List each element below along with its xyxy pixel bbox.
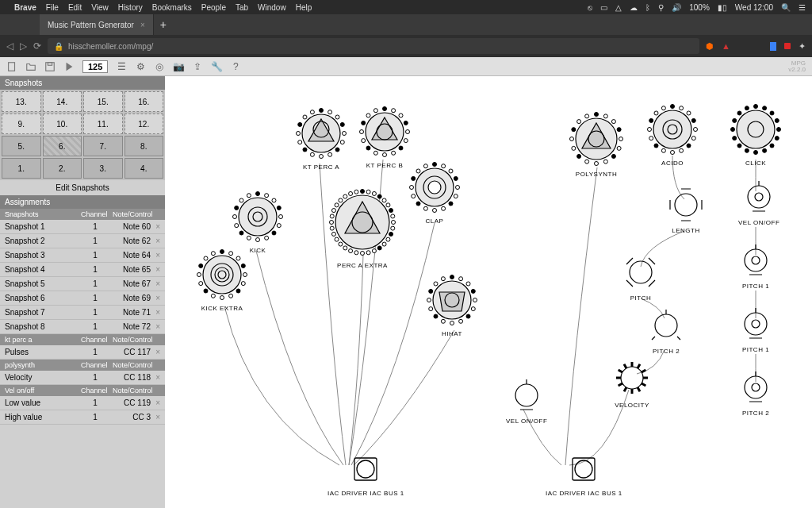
help-icon[interactable]: ? — [230, 61, 241, 72]
wrench-icon[interactable]: 🔧 — [211, 61, 222, 72]
node-pitch2b[interactable]: PITCH 2 — [738, 370, 773, 417]
node-hihat[interactable]: HIHAT — [427, 275, 477, 337]
snapshot-cell[interactable]: 5. — [2, 136, 41, 156]
snapshot-cell[interactable]: 2. — [43, 158, 82, 179]
node-pitch2[interactable]: PITCH 2 — [649, 308, 684, 355]
node-kick[interactable]: KICK — [232, 191, 283, 254]
svg-point-57 — [423, 164, 427, 168]
assignment-row[interactable]: Snapshot 41Note 65× — [0, 263, 165, 277]
snapshot-cell[interactable]: 8. — [124, 136, 164, 156]
address-bar[interactable]: 🔒 hisschemoller.com/mpg/ — [48, 38, 699, 54]
node-acido[interactable]: ACIDO — [647, 104, 698, 167]
share-icon[interactable]: ⇪ — [192, 61, 203, 72]
snapshot-cell[interactable]: 4. — [124, 158, 164, 179]
snapshot-cell[interactable]: 7. — [83, 136, 123, 156]
reload-button[interactable]: ⟳ — [33, 40, 41, 52]
pattern-canvas[interactable]: KT PERC A KT PERC B CLAP KICK PERC A EXT… — [165, 76, 812, 508]
menu-edit[interactable]: Edit — [68, 3, 82, 12]
display-icon[interactable]: ▭ — [600, 3, 607, 12]
node-pitch[interactable]: PITCH — [623, 255, 658, 302]
camera-icon[interactable]: 📷 — [173, 61, 184, 72]
snapshot-cell[interactable]: 13. — [2, 91, 41, 112]
assignment-row[interactable]: Snapshot 31Note 64× — [0, 248, 165, 263]
node-clap[interactable]: CLAP — [409, 162, 460, 225]
assignment-row[interactable]: Snapshot 71Note 71× — [0, 306, 165, 320]
new-file-icon[interactable] — [6, 61, 17, 72]
svg-point-11 — [335, 148, 339, 152]
search-icon[interactable]: 🔍 — [781, 3, 791, 12]
node-kt-perc-a[interactable]: KT PERC A — [296, 108, 347, 171]
node-pitch1b[interactable]: PITCH 1 — [738, 306, 773, 353]
node-perc-a-extra[interactable]: PERC A EXTRA — [327, 187, 397, 269]
menu-file[interactable]: File — [46, 3, 59, 12]
node-iac1[interactable]: IAC DRIVER IAC BUS 1 — [327, 453, 404, 497]
assignment-row[interactable]: Snapshot 11Note 60× — [0, 220, 165, 234]
snapshot-cell[interactable]: 12. — [124, 114, 164, 134]
node-pitch1[interactable]: PITCH 1 — [738, 243, 773, 290]
node-velocity[interactable]: VELOCITY — [613, 359, 651, 409]
svg-point-189 — [763, 106, 767, 110]
back-button[interactable]: ◁ — [6, 40, 13, 52]
snapshot-cell[interactable]: 1. — [2, 158, 41, 179]
record-icon[interactable] — [784, 43, 791, 49]
menu-view[interactable]: View — [91, 3, 109, 12]
snapshot-cell[interactable]: 6. — [43, 136, 82, 156]
node-kick-extra[interactable]: KICK EXTRA — [197, 249, 247, 312]
assignment-row[interactable]: High value1CC 3× — [0, 410, 165, 425]
menu-help[interactable]: Help — [296, 3, 312, 12]
node-vel-onoff[interactable]: VEL ON/OFF — [738, 179, 779, 226]
node-click[interactable]: CLICK — [730, 104, 781, 167]
menu-brave[interactable]: Brave — [14, 3, 36, 12]
snapshot-cell[interactable]: 9. — [2, 114, 41, 134]
node-iac2[interactable]: IAC DRIVER IAC BUS 1 — [546, 453, 622, 497]
node-vel-onoff-btm[interactable]: VEL ON/OFF — [506, 378, 547, 425]
browser-tab[interactable]: Music Pattern Generator × — [40, 14, 154, 35]
vlc-icon[interactable]: △ — [615, 3, 622, 12]
open-folder-icon[interactable] — [25, 61, 36, 72]
close-tab-icon[interactable]: × — [134, 21, 145, 29]
snapshot-cell[interactable]: 16. — [124, 91, 164, 112]
menu-tab[interactable]: Tab — [236, 3, 248, 12]
node-kt-perc-b[interactable]: KT PERC B — [359, 106, 410, 169]
bookmark-icon[interactable] — [770, 42, 776, 51]
assignment-row[interactable]: Velocity1CC 118× — [0, 371, 165, 385]
assignment-row[interactable]: Snapshot 61Note 69× — [0, 291, 165, 306]
snapshot-cell[interactable]: 15. — [83, 91, 123, 112]
midi-icon[interactable]: ◎ — [154, 61, 165, 72]
snapshot-cell[interactable]: 11. — [83, 114, 123, 134]
volume-icon[interactable]: 🔊 — [672, 3, 681, 12]
menu-people[interactable]: People — [201, 3, 226, 12]
save-icon[interactable] — [44, 61, 56, 72]
node-polysynth[interactable]: POLYSYNTH — [569, 112, 623, 178]
node-length[interactable]: LENGTH — [668, 187, 703, 234]
assignment-row[interactable]: Snapshot 51Note 67× — [0, 277, 165, 291]
menu-history[interactable]: History — [118, 3, 143, 12]
assignment-row[interactable]: Snapshot 81Note 72× — [0, 320, 165, 334]
brave-rewards-icon[interactable]: ▲ — [722, 41, 730, 51]
menu-window[interactable]: Window — [258, 3, 286, 12]
bpm-input[interactable]: 125 — [82, 60, 108, 73]
battery-icon[interactable]: ▮▯ — [718, 3, 727, 12]
bluetooth-icon[interactable]: ᛒ — [645, 3, 650, 12]
svg-point-107 — [339, 198, 343, 202]
list-icon[interactable]: ☰ — [116, 61, 127, 72]
clock[interactable]: Wed 12:00 — [735, 3, 773, 12]
tray-icon[interactable]: ⎋ — [588, 3, 592, 12]
play-icon[interactable] — [63, 61, 75, 72]
snapshot-cell[interactable]: 10. — [43, 114, 82, 134]
snapshot-cell[interactable]: 14. — [43, 91, 82, 112]
wifi-icon[interactable]: ⚲ — [658, 3, 664, 12]
assignment-row[interactable]: Snapshot 21Note 62× — [0, 234, 165, 248]
assignment-row[interactable]: Low value1CC 119× — [0, 396, 165, 410]
settings-icon[interactable]: ⚙ — [135, 61, 146, 72]
menu-bookmarks[interactable]: Bookmarks — [152, 3, 192, 12]
cloud-icon[interactable]: ☁ — [630, 3, 638, 12]
assignment-row[interactable]: Pulses1CC 117× — [0, 345, 165, 360]
menu-icon[interactable]: ☰ — [799, 3, 806, 12]
forward-button[interactable]: ▷ — [20, 40, 27, 52]
snapshot-cell[interactable]: 3. — [83, 158, 123, 179]
extensions-icon[interactable]: ✦ — [799, 41, 806, 52]
brave-shield-icon[interactable]: ⬢ — [706, 41, 714, 52]
new-tab-button[interactable]: + — [154, 18, 173, 31]
edit-snapshots-button[interactable]: Edit Snapshots — [0, 180, 165, 195]
